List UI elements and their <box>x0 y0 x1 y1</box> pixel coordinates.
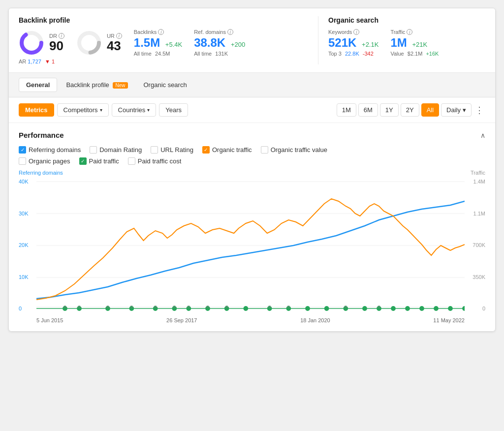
main-container: Backlink profile DR i <box>8 8 496 332</box>
filter-years[interactable]: Years <box>159 103 188 117</box>
keywords-top3: Top 3 22.8K -342 <box>328 51 378 57</box>
y-label-right-3: 700K <box>472 242 485 248</box>
svg-text:G: G <box>268 305 271 309</box>
cb-organic-traffic-value[interactable]: Organic traffic value <box>261 146 327 154</box>
y-label-10k: 10K <box>19 274 36 280</box>
chart-with-axes: 40K 30K 20K 10K 0 <box>19 177 485 323</box>
top-stats-section: Backlink profile DR i <box>9 8 495 73</box>
x-label-2022: 11 May 2022 <box>433 317 465 323</box>
cb-domain-rating-box <box>90 146 97 154</box>
time-1m[interactable]: 1M <box>337 103 356 117</box>
chart-left-axis-label: Referring domains <box>19 170 63 176</box>
checkbox-row-1: ✓ Referring domains Domain Rating URL Ra… <box>19 146 485 154</box>
x-axis: 5 Jun 2015 26 Sep 2017 18 Jan 2020 11 Ma… <box>36 317 465 323</box>
cb-organic-traffic[interactable]: ✓ Organic traffic <box>202 146 252 154</box>
ar-row: AR 1,727 ▼ 1 <box>19 59 318 64</box>
y-label-right-0: 0 <box>482 306 485 311</box>
cb-organic-pages[interactable]: Organic pages <box>19 157 70 165</box>
svg-text:G: G <box>63 305 66 309</box>
dr-value: 90 <box>49 39 64 53</box>
period-selector[interactable]: Daily ▾ <box>441 103 472 117</box>
time-6m[interactable]: 6M <box>358 103 378 117</box>
chart-right-axis-label: Traffic <box>471 170 485 176</box>
dr-title: DR i <box>49 33 64 39</box>
traffic-metric: Traffic i 1M +21K Value $2.1M +16K <box>390 29 439 57</box>
backlinks-label: Backlinks i <box>134 29 182 35</box>
cb-organic-pages-box <box>19 157 26 165</box>
y-axis-left: 40K 30K 20K 10K 0 <box>19 177 36 323</box>
checkbox-row-2: Organic pages ✓ Paid traffic Paid traffi… <box>19 157 485 165</box>
ur-donut-svg <box>76 30 102 56</box>
svg-text:G: G <box>344 305 347 309</box>
svg-text:G: G <box>378 305 380 309</box>
y-label-right-4: 350K <box>472 274 485 280</box>
cb-referring-domains[interactable]: ✓ Referring domains <box>19 146 81 154</box>
keywords-metric: Keywords i 521K +2.1K Top 3 22.8K -342 <box>328 29 378 57</box>
svg-text:G: G <box>130 305 133 309</box>
cb-paid-traffic[interactable]: ✓ Paid traffic <box>79 157 119 165</box>
chart-svg-container: G G G G G G G G G G G G G <box>36 177 465 323</box>
ur-info-icon[interactable]: i <box>116 33 122 39</box>
traffic-info-icon[interactable]: i <box>407 29 412 35</box>
filter-countries[interactable]: Countries ▾ <box>112 103 157 117</box>
cb-organic-traffic-value-box <box>261 146 268 154</box>
dr-donut <box>19 30 44 56</box>
svg-text:G: G <box>206 305 209 309</box>
more-options-icon[interactable]: ⋮ <box>473 104 485 116</box>
backlinks-info-icon[interactable]: i <box>158 29 164 35</box>
backlinks-value: 1.5M +5.4K <box>134 36 182 50</box>
dr-info-icon[interactable]: i <box>59 33 64 39</box>
ur-donut <box>76 30 102 56</box>
performance-header: Performance ∧ <box>19 131 485 139</box>
ref-domains-metric: Ref. domains i 38.8K +200 All time 131K <box>194 29 245 57</box>
keywords-label: Keywords i <box>328 29 378 35</box>
cb-paid-traffic-cost-box <box>128 157 135 165</box>
ref-domains-info-icon[interactable]: i <box>227 29 233 35</box>
backlink-metrics-row: DR i 90 <box>19 29 318 57</box>
ref-domains-value: 38.8K +200 <box>194 36 245 50</box>
collapse-icon[interactable]: ∧ <box>480 131 485 139</box>
cb-referring-domains-box: ✓ <box>19 146 26 154</box>
dr-donut-svg <box>19 30 44 56</box>
chart-svg: G G G G G G G G G G G G G <box>36 177 465 314</box>
tabs-row: General Backlink profile New Organic sea… <box>9 73 495 97</box>
y-label-20k: 20K <box>19 242 36 248</box>
x-label-2017: 26 Sep 2017 <box>166 317 197 323</box>
svg-text:G: G <box>173 305 176 309</box>
performance-title: Performance <box>19 131 64 139</box>
dr-donut-item: DR i 90 <box>19 30 64 56</box>
svg-text:G: G <box>78 305 81 309</box>
cb-paid-traffic-cost[interactable]: Paid traffic cost <box>128 157 182 165</box>
traffic-label: Traffic i <box>390 29 439 35</box>
x-label-2015: 5 Jun 2015 <box>36 317 63 323</box>
time-all[interactable]: All <box>421 103 439 117</box>
ref-domains-alltime: All time 131K <box>194 51 245 57</box>
time-2y[interactable]: 2Y <box>401 103 419 117</box>
cb-url-rating[interactable]: URL Rating <box>151 146 193 154</box>
backlink-profile-title: Backlink profile <box>19 16 318 24</box>
traffic-value: 1M +21K <box>390 36 439 50</box>
tab-general[interactable]: General <box>19 78 57 92</box>
ur-value: 43 <box>107 39 122 53</box>
y-label-right-1: 1.4M <box>473 179 485 185</box>
time-group: 1M 6M 1Y 2Y All Daily ▾ ⋮ <box>337 103 485 117</box>
tab-backlink-profile[interactable]: Backlink profile New <box>59 78 134 92</box>
svg-text:G: G <box>287 305 290 309</box>
backlinks-metric: Backlinks i 1.5M +5.4K All time 24.5M <box>134 29 182 57</box>
filter-metrics[interactable]: Metrics <box>19 103 54 117</box>
keywords-info-icon[interactable]: i <box>353 29 359 35</box>
svg-text:G: G <box>225 305 228 309</box>
svg-text:G: G <box>187 305 190 309</box>
tab-organic-search[interactable]: Organic search <box>137 78 194 92</box>
filter-row: Metrics Competitors ▾ Countries ▾ Years … <box>9 97 495 123</box>
tab-badge-new: New <box>113 82 127 89</box>
y-label-0: 0 <box>19 306 36 311</box>
organic-search-title: Organic search <box>328 16 485 24</box>
time-1y[interactable]: 1Y <box>380 103 399 117</box>
performance-section: Performance ∧ ✓ Referring domains Domain… <box>9 123 495 331</box>
ur-donut-item: UR i 43 <box>76 30 122 56</box>
filter-competitors[interactable]: Competitors ▾ <box>57 103 109 117</box>
cb-domain-rating[interactable]: Domain Rating <box>90 146 142 154</box>
ur-title: UR i <box>107 33 122 39</box>
y-axis-right: 1.4M 1.1M 700K 350K 0 <box>465 177 485 323</box>
